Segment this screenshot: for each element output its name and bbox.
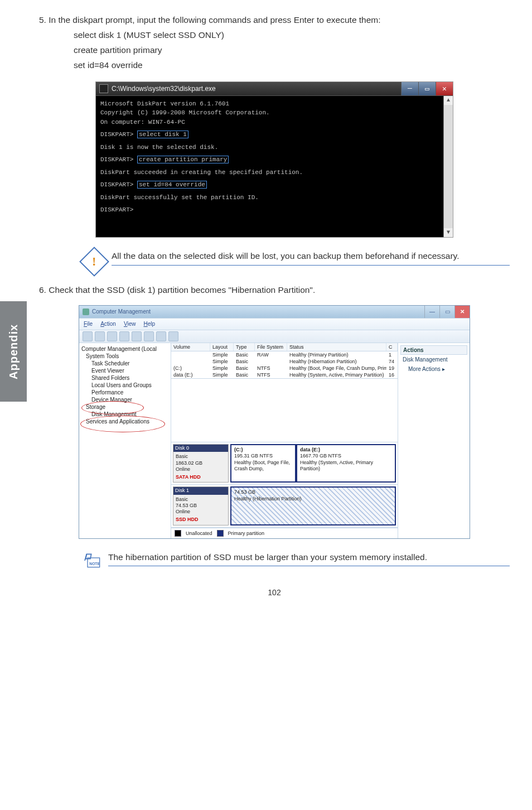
- disk1-row[interactable]: Disk 1 Basic 74.53 GB Online SSD HDD 74.…: [171, 485, 398, 527]
- tree-task-scheduler[interactable]: Task Scheduler: [90, 360, 170, 367]
- actions-header: Actions: [400, 345, 467, 355]
- ssd-hdd-label: SSD HDD: [176, 517, 226, 523]
- tree-local-users[interactable]: Local Users and Groups: [90, 382, 170, 389]
- actions-disk-management[interactable]: Disk Management: [400, 355, 467, 364]
- partition-hibernation[interactable]: 74.53 GB Healthy (Hibernation Partition): [230, 486, 396, 525]
- caution-icon: !: [79, 247, 109, 277]
- tree-performance[interactable]: Performance: [90, 389, 170, 396]
- toolbar-help-icon[interactable]: [132, 331, 142, 341]
- actions-pane: Actions Disk Management More Actions ▸: [398, 343, 470, 538]
- legend: Unallocated Primary partition: [171, 528, 398, 538]
- step5-intro: 5. In the diskpart prompt, input the fol…: [39, 15, 510, 26]
- col-status[interactable]: Status: [287, 343, 386, 351]
- red-oval-annotation: [81, 401, 144, 414]
- svg-text:NOTE: NOTE: [89, 562, 100, 566]
- chevron-right-icon: ▸: [442, 366, 445, 372]
- legend-unallocated-swatch: [175, 530, 181, 537]
- step5-cmd1: select disk 1 (MUST select SSD ONLY): [74, 30, 510, 41]
- toolbar-forward-icon[interactable]: [95, 331, 105, 341]
- col-file-system[interactable]: File System: [255, 343, 287, 351]
- step6-text: 6. Check that the SSD (disk 1) partition…: [39, 285, 510, 296]
- table-row[interactable]: SimpleBasicHealthy (Hibernation Partitio…: [171, 358, 398, 365]
- red-oval-annotation: [80, 416, 165, 432]
- minimize-button[interactable]: —: [424, 306, 439, 318]
- toolbar-back-icon[interactable]: [83, 331, 93, 341]
- volume-table: Volume Layout Type File System Status C …: [171, 343, 398, 379]
- col-capacity[interactable]: C: [386, 343, 398, 351]
- cmd-line: Microsoft DiskPart version 6.1.7601: [100, 99, 448, 109]
- cmd-line: Disk 1 is now the selected disk.: [100, 143, 448, 152]
- cmd-line: DISKPART>: [100, 205, 448, 215]
- partition-data-e[interactable]: data (E:) 1667.70 GB NTFS Healthy (Syste…: [296, 444, 396, 483]
- tree-pane[interactable]: Computer Management (Local System Tools …: [79, 343, 171, 538]
- appendix-side-tab: Appendix: [0, 301, 27, 402]
- toolbar-icon[interactable]: [119, 331, 129, 341]
- cmd-line: DISKPART> select disk 1: [100, 130, 448, 139]
- close-button[interactable]: ✕: [436, 82, 453, 95]
- tree-root[interactable]: Computer Management (Local: [80, 345, 170, 353]
- col-type[interactable]: Type: [234, 343, 255, 351]
- scroll-up-icon[interactable]: ▲: [444, 96, 453, 105]
- menu-bar: File Action View Help: [79, 318, 470, 330]
- caution-text: All the data on the selected disk will b…: [112, 250, 510, 266]
- menu-view[interactable]: View: [124, 321, 136, 327]
- cmd-line: DISKPART> set id=84 override: [100, 180, 448, 190]
- cmd-line: On computer: WIN7-64-PC: [100, 118, 448, 127]
- tree-storage[interactable]: Storage: [85, 403, 170, 411]
- page-number: 102: [39, 588, 510, 597]
- note-icon: NOTE: [84, 552, 103, 569]
- diskpart-window: C:\Windows\system32\diskpart.exe — ▭ ✕ M…: [95, 81, 453, 238]
- table-row[interactable]: SimpleBasicRAWHealthy (Primary Partition…: [171, 351, 398, 358]
- tree-system-tools[interactable]: System Tools: [85, 353, 170, 360]
- scroll-down-icon[interactable]: ▼: [444, 228, 453, 237]
- mgmt-app-icon: [83, 308, 89, 315]
- window-titlebar[interactable]: C:\Windows\system32\diskpart.exe — ▭ ✕: [96, 82, 453, 96]
- sata-hdd-label: SATA HDD: [176, 474, 226, 480]
- table-row[interactable]: (C:)SimpleBasicNTFSHealthy (Boot, Page F…: [171, 365, 398, 372]
- computer-management-window: Computer Management — ▭ ✕ File Action Vi…: [79, 305, 470, 539]
- menu-file[interactable]: File: [84, 321, 93, 327]
- close-button[interactable]: ✕: [454, 306, 470, 318]
- cmd-line: DISKPART> create partition primary: [100, 155, 448, 165]
- menu-action[interactable]: Action: [100, 321, 116, 327]
- step5-cmd3: set id=84 override: [74, 60, 510, 71]
- scrollbar[interactable]: ▲ ▼: [443, 96, 453, 237]
- legend-unallocated-label: Unallocated: [186, 531, 212, 536]
- cmd-body[interactable]: Microsoft DiskPart version 6.1.7601 Copy…: [96, 96, 453, 237]
- window-titlebar[interactable]: Computer Management — ▭ ✕: [79, 306, 470, 318]
- toolbar: [79, 330, 470, 343]
- maximize-button[interactable]: ▭: [439, 306, 454, 318]
- col-layout[interactable]: Layout: [210, 343, 234, 351]
- partition-c[interactable]: (C:) 195.31 GB NTFS Healthy (Boot, Page …: [230, 444, 296, 483]
- cmd-app-icon: [99, 84, 108, 93]
- tree-shared-folders[interactable]: Shared Folders: [90, 374, 170, 382]
- cmd-line: Copyright (C) 1999-2008 Microsoft Corpor…: [100, 108, 448, 118]
- disk0-header: Disk 0 Basic 1863.02 GB Online SATA HDD: [173, 444, 229, 483]
- tree-event-viewer[interactable]: Event Viewer: [90, 367, 170, 374]
- menu-help[interactable]: Help: [143, 321, 155, 327]
- toolbar-icon[interactable]: [107, 331, 117, 341]
- window-title: C:\Windows\system32\diskpart.exe: [112, 85, 216, 93]
- toolbar-refresh-icon[interactable]: [156, 331, 166, 341]
- table-row[interactable]: data (E:)SimpleBasicNTFSHealthy (System,…: [171, 372, 398, 378]
- disk1-header: Disk 1 Basic 74.53 GB Online SSD HDD: [173, 486, 229, 525]
- toolbar-icon[interactable]: [168, 331, 178, 341]
- legend-primary-swatch: [217, 530, 224, 537]
- toolbar-icon[interactable]: [144, 331, 154, 341]
- minimize-button[interactable]: —: [401, 82, 418, 95]
- cmd-line: DiskPart succeeded in creating the speci…: [100, 168, 448, 177]
- center-pane: Volume Layout Type File System Status C …: [171, 343, 398, 538]
- note-text: The hibernation partition of SSD must be…: [108, 552, 510, 566]
- actions-more-actions[interactable]: More Actions ▸: [400, 364, 467, 374]
- col-volume[interactable]: Volume: [171, 343, 210, 351]
- maximize-button[interactable]: ▭: [418, 82, 436, 95]
- cmd-line: DiskPart successfully set the partition …: [100, 193, 448, 202]
- disk0-row[interactable]: Disk 0 Basic 1863.02 GB Online SATA HDD …: [171, 442, 398, 485]
- tree-services-apps[interactable]: Services and Applications: [85, 418, 170, 425]
- window-title: Computer Management: [92, 308, 151, 315]
- step5-cmd2: create partition primary: [74, 45, 510, 56]
- legend-primary-label: Primary partition: [228, 531, 265, 536]
